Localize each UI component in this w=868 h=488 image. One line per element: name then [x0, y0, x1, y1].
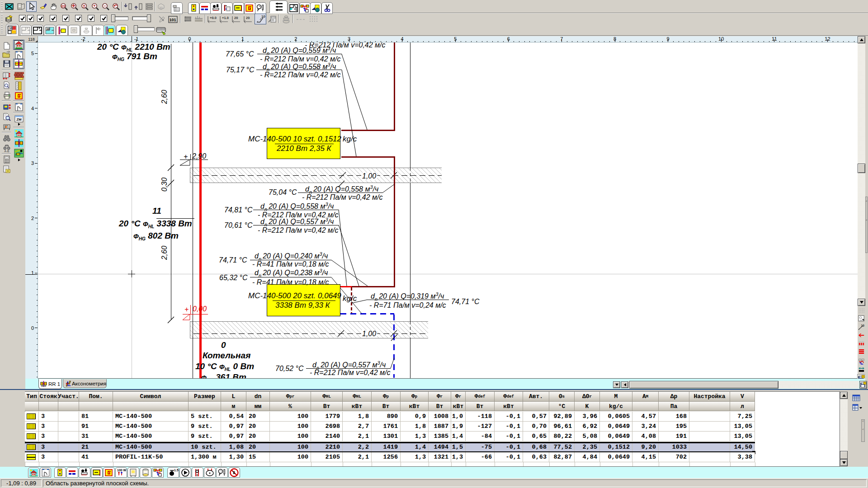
svg-text:2: 2	[31, 216, 34, 221]
svg-text:101: 101	[169, 17, 176, 22]
svg-text:0: 0	[31, 325, 34, 331]
svg-text:✛: ✛	[72, 4, 75, 8]
svg-text:12: 12	[825, 36, 830, 42]
svg-text:10: 10	[861, 324, 865, 327]
svg-text:5: 5	[31, 51, 34, 56]
svg-text:-2: -2	[81, 36, 85, 42]
svg-text:1.5: 1.5	[174, 469, 179, 472]
svg-text:0: 0	[188, 36, 191, 42]
svg-text:5: 5	[454, 36, 457, 42]
svg-text:3: 3	[31, 160, 34, 166]
svg-text:±: ±	[83, 4, 85, 8]
svg-text:+: +	[93, 4, 95, 8]
svg-text:9: 9	[667, 36, 670, 42]
svg-text:+1.0: +1.0	[222, 16, 229, 20]
svg-text:3D: 3D	[159, 6, 163, 9]
svg-text:4: 4	[401, 36, 404, 42]
svg-text:100 W: 100 W	[117, 469, 127, 472]
svg-text:ZM: ZM	[16, 117, 22, 122]
svg-text:4: 4	[31, 106, 34, 111]
svg-text:A-B: A-B	[4, 150, 9, 153]
svg-text:1: 1	[241, 36, 244, 42]
svg-text:7: 7	[560, 36, 563, 42]
svg-text:6: 6	[507, 36, 510, 42]
svg-text:10: 10	[718, 36, 724, 42]
svg-text:2: 2	[294, 36, 297, 42]
svg-text:3: 3	[348, 36, 350, 42]
svg-text:-1: -1	[134, 36, 139, 42]
svg-text:11: 11	[772, 36, 777, 42]
svg-text:20: 20	[234, 16, 238, 20]
svg-text:−: −	[104, 4, 106, 8]
svg-text:▭: ▭	[61, 4, 66, 8]
svg-text:10: 10	[9, 27, 13, 30]
svg-text:10: 10	[47, 28, 50, 30]
svg-text:1: 1	[31, 270, 34, 276]
svg-text:↶: ↶	[113, 4, 117, 8]
svg-text:+0.0: +0.0	[210, 16, 217, 20]
svg-text:10: 10	[261, 14, 265, 19]
svg-text:20: 20	[246, 16, 250, 20]
svg-text:8: 8	[613, 36, 616, 42]
